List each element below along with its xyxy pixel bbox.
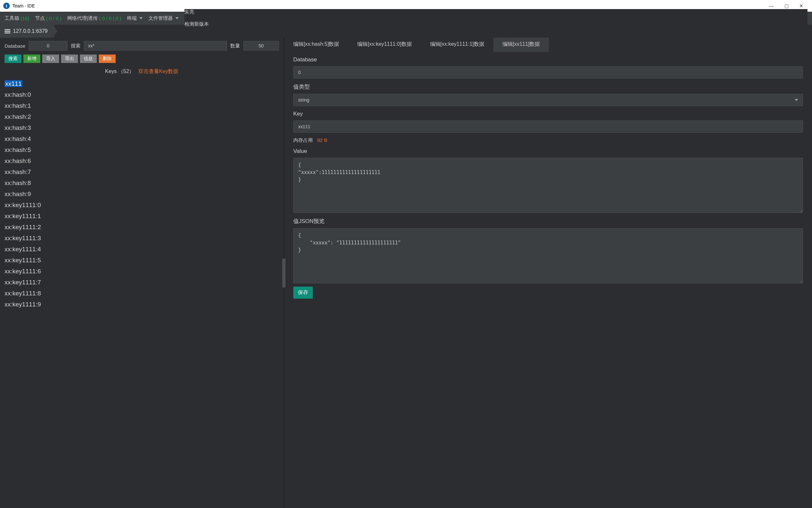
left-panel: Database 搜索 数量 搜索 新增 导入 导出 信息 删除 Keys （5…	[0, 38, 284, 508]
key-row[interactable]: xx:hash:9	[0, 188, 284, 200]
keys-header: Keys （52） 双击查看Key数据	[0, 66, 284, 78]
count-label: 数量	[230, 43, 240, 49]
editor-tabs: 编辑[xx:hash:5]数据编辑[xx:key1111:0]数据编辑[xx:k…	[284, 38, 812, 52]
menubar: 工具箱 (16) 节点 ( 0 / 0 ) 网络代理|透传 ( 0 / 0 | …	[0, 12, 812, 25]
editor-tab[interactable]: 编辑[xx:key1111:1]数据	[421, 38, 493, 52]
editor-tab[interactable]: 编辑[xx:hash:5]数据	[284, 38, 348, 52]
count-input[interactable]	[243, 41, 279, 51]
chevron-down-icon	[795, 99, 798, 101]
editor-key-input[interactable]	[293, 120, 803, 133]
memory-value: 82 B	[317, 137, 327, 143]
key-list: xx111xx:hash:0xx:hash:1xx:hash:2xx:hash:…	[0, 78, 284, 508]
editor-value-textarea[interactable]	[293, 158, 803, 213]
chevron-down-icon	[175, 17, 179, 19]
menu-file-manager[interactable]: 文件管理器	[149, 15, 179, 22]
key-row[interactable]: xx:key1111:8	[0, 288, 284, 299]
search-button[interactable]: 搜索	[5, 54, 22, 63]
search-label: 搜索	[71, 43, 81, 49]
search-input[interactable]	[84, 41, 227, 51]
editor-json-label: 值JSON预览	[293, 217, 803, 225]
keys-hint: 双击查看Key数据	[138, 69, 179, 74]
editor-value-label: Value	[293, 148, 803, 155]
key-row[interactable]: xx:hash:8	[0, 177, 284, 188]
key-row[interactable]: xx:hash:6	[0, 156, 284, 167]
info-button[interactable]: 信息	[80, 54, 97, 63]
add-button[interactable]: 新增	[24, 54, 40, 63]
editor-db-label: Database	[293, 56, 803, 63]
key-row[interactable]: xx:hash:7	[0, 167, 284, 177]
key-row[interactable]: xx111	[0, 78, 284, 89]
key-row[interactable]: xx:hash:3	[0, 122, 284, 133]
menu-check-version[interactable]: 检测新版本	[185, 21, 807, 27]
editor-json-textarea[interactable]	[293, 228, 803, 283]
key-row[interactable]: xx:key1111:7	[0, 277, 284, 288]
key-row[interactable]: xx:hash:0	[0, 89, 284, 100]
database-icon	[5, 29, 10, 34]
menu-nodes[interactable]: 节点 ( 0 / 0 )	[35, 15, 62, 22]
editor-key-label: Key	[293, 111, 803, 117]
menu-toolbox[interactable]: 工具箱 (16)	[5, 15, 29, 22]
database-label: Database	[5, 43, 25, 49]
key-row[interactable]: xx:hash:5	[0, 144, 284, 156]
key-row[interactable]: xx:key1111:2	[0, 222, 284, 233]
connection-tab[interactable]: 127.0.0.1:6379	[0, 25, 54, 38]
editor-type-select[interactable]: string	[293, 94, 803, 106]
import-button[interactable]: 导入	[42, 54, 59, 63]
save-button[interactable]: 保存	[293, 287, 313, 299]
window-title: Team · IDE	[12, 3, 35, 8]
editor-tab[interactable]: 编辑[xx111]数据	[493, 38, 549, 52]
key-row[interactable]: xx:key1111:5	[0, 255, 284, 266]
key-row[interactable]: xx:key1111:4	[0, 244, 284, 255]
chevron-down-icon	[139, 17, 143, 19]
delete-button[interactable]: 删除	[99, 54, 116, 63]
right-panel: 编辑[xx:hash:5]数据编辑[xx:key1111:0]数据编辑[xx:k…	[284, 38, 812, 508]
editor-db-input[interactable]	[293, 66, 803, 79]
key-row[interactable]: xx:key1111:0	[0, 200, 284, 211]
menu-user[interactable]: 朱亮	[185, 9, 807, 15]
editor-tab[interactable]: 编辑[xx:key1111:0]数据	[348, 38, 420, 52]
connection-address: 127.0.0.1:6379	[13, 28, 48, 34]
editor-body: Database 值类型 string Key 内存占用 82 B Value …	[284, 52, 812, 302]
app-logo-icon: t	[3, 3, 10, 9]
editor-type-label: 值类型	[293, 83, 803, 91]
key-row[interactable]: xx:key1111:3	[0, 233, 284, 244]
key-row[interactable]: xx:hash:2	[0, 111, 284, 122]
key-row[interactable]: xx:key1111:9	[0, 299, 284, 310]
key-row[interactable]: xx:key1111:1	[0, 211, 284, 222]
split-handle[interactable]	[282, 258, 285, 288]
export-button[interactable]: 导出	[61, 54, 78, 63]
database-input[interactable]	[29, 41, 68, 51]
menu-terminal[interactable]: 终端	[127, 15, 143, 22]
memory-label: 内存占用	[293, 137, 313, 143]
menu-proxy[interactable]: 网络代理|透传 ( 0 / 0 | 0 )	[67, 15, 121, 22]
key-row[interactable]: xx:hash:1	[0, 100, 284, 111]
key-row[interactable]: xx:key1111:6	[0, 266, 284, 277]
key-row[interactable]: xx:hash:4	[0, 133, 284, 144]
